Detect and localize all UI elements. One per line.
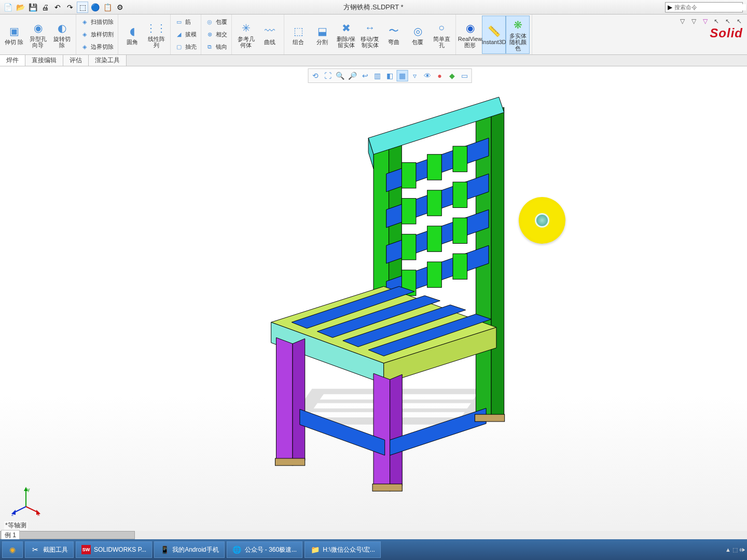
cursor-icon[interactable]: ↖ [723,17,732,26]
scene-icon[interactable]: ● [434,70,446,81]
ref-geometry-button[interactable]: ✳参考几 何体 [234,16,258,54]
orient-icon[interactable]: ⟲ [310,70,321,81]
swept-cut-button[interactable]: ◈扫描切除 [78,18,116,26]
svg-marker-35 [374,373,390,491]
delete-keep-button[interactable]: ✖删除/保 留实体 [334,16,358,54]
display-style-icon[interactable]: ◧ [384,70,396,81]
realview-button[interactable]: ◉RealView 图形 [458,16,482,54]
hide-show-icon[interactable]: ▿ [409,70,421,81]
brand-watermark: Solid [710,26,743,40]
sw-icon: SW [81,545,91,554]
tab-evaluate[interactable]: 评估 [63,55,89,66]
rebuild-icon[interactable]: 🔵 [89,2,101,13]
section-icon[interactable]: ▥ [372,70,383,81]
flex-button[interactable]: 〜弯曲 [382,16,406,54]
svg-marker-33 [276,338,293,466]
horizontal-scrollbar[interactable] [0,531,747,539]
svg-rect-19 [453,182,467,207]
windows-taskbar: ◉ ✂截图工具 SWSOLIDWORKS P... 📱我的Android手机 🌐… [0,539,747,560]
scissors-icon: ✂ [31,545,40,554]
cursor-icon[interactable]: ↖ [712,17,721,26]
tab-render-tools[interactable]: 渲染工具 [89,55,127,66]
quick-access-toolbar: 📄 📂 💾 🖨 ↶ ↷ ⬚ 🔵 📋 ⚙ [2,2,126,13]
svg-rect-21 [427,226,442,251]
save-icon[interactable]: 💾 [27,2,38,13]
search-input[interactable] [674,4,746,10]
tab-weldments[interactable]: 焊件 [0,55,25,66]
open-icon[interactable]: 📂 [15,2,26,13]
taskbar-phone[interactable]: 📱我的Android手机 [154,541,224,558]
curves-button[interactable]: 〰曲线 [258,16,282,54]
fillet-button[interactable]: ◖圆角 [120,16,144,54]
simple-hole-button[interactable]: ○简单直 孔 [430,16,453,54]
intersect-button[interactable]: ⊗相交 [203,30,229,38]
zoom-fit-icon[interactable]: ⛶ [322,70,334,81]
svg-text:z: z [11,512,14,517]
filter-icon[interactable]: ▽ [677,17,687,26]
boundary-cut-button[interactable]: ◈边界切除 [78,43,116,51]
shell-button[interactable]: ▢抽壳 [173,43,199,51]
shaded-icon[interactable]: ▦ [397,70,408,81]
svg-rect-20 [402,234,416,260]
taskbar-snipping[interactable]: ✂截图工具 [25,541,74,558]
orientation-triad[interactable]: y x z [10,486,42,519]
prev-view-icon[interactable]: ↩ [359,70,371,81]
wrap-button[interactable]: ◎包覆 [203,18,229,26]
model-view [0,66,747,537]
title-bar: 📄 📂 💾 🖨 ↶ ↷ ⬚ 🔵 📋 ⚙ 方钢铁椅.SLDPRT * ▶ [0,0,747,15]
settings-icon[interactable]: ⚙ [114,2,126,13]
render-icon[interactable]: ◆ [447,70,458,81]
graphics-area[interactable] [0,66,747,537]
zoom-icon[interactable]: 🔎 [347,70,358,81]
redo-icon[interactable]: ↷ [64,2,76,13]
search-box[interactable]: ▶ [665,2,743,12]
svg-rect-17 [402,199,416,224]
svg-rect-25 [453,254,467,279]
rib-button[interactable]: ▭筋 [173,18,199,26]
tab-direct-edit[interactable]: 直接编辑 [25,55,63,66]
zoom-area-icon[interactable]: 🔍 [335,70,346,81]
taskbar-folder[interactable]: 📁H:\微信公众号\宏... [305,541,381,558]
filter-icon[interactable]: ▽ [689,17,698,26]
draft-button[interactable]: ◢拔模 [173,30,199,38]
folder-icon: 📁 [310,545,320,554]
linear-pattern-button[interactable]: ⋮⋮线性阵 列 [144,16,168,54]
extrude-cut-button[interactable]: ▣伸切 除 [2,16,26,54]
start-icon: ◉ [8,545,17,554]
svg-rect-18 [427,190,442,216]
options-icon[interactable]: 📋 [102,2,113,13]
system-tray[interactable]: ▲ ⬚ 🕪 [725,547,745,553]
revolved-cut-button[interactable]: ◐旋转切 除 [50,16,74,54]
motion-study-tab[interactable]: 例 1 [1,530,20,540]
display-state-icon[interactable]: ▭ [459,70,471,81]
svg-rect-24 [427,262,442,287]
svg-rect-40 [372,484,402,491]
svg-text:y: y [27,487,30,492]
undo-icon[interactable]: ↶ [52,2,63,13]
taskbar-browser[interactable]: 🌐公众号 - 360极速... [227,541,303,558]
move-copy-button[interactable]: ↔移动/复 制实体 [358,16,382,54]
split-button[interactable]: ⬓分割 [310,16,334,54]
view-label: *等轴测 [4,521,27,530]
svg-rect-16 [453,146,467,172]
svg-marker-36 [390,374,403,491]
instant3d-button[interactable]: 📏Instant3D [482,16,506,54]
select-icon[interactable]: ⬚ [77,2,88,13]
svg-rect-39 [475,414,504,422]
appearance-icon[interactable]: 👁 [422,70,433,81]
svg-rect-41 [275,458,305,466]
svg-rect-15 [427,155,442,180]
mirror-button[interactable]: ⧉镜向 [203,43,229,51]
start-button[interactable]: ◉ [2,541,23,558]
print-icon[interactable]: 🖨 [39,2,51,13]
cursor-icon[interactable]: ↖ [735,17,744,26]
search-icon: ▶ [668,4,672,11]
filter-icon[interactable]: ▽ [700,17,710,26]
random-color-button[interactable]: ❋多实体 随机颜 色 [506,16,530,54]
taskbar-solidworks[interactable]: SWSOLIDWORKS P... [76,541,152,558]
combine-button[interactable]: ⬚组合 [286,16,310,54]
new-icon[interactable]: 📄 [2,2,13,13]
loft-cut-button[interactable]: ◈放样切割 [78,30,116,38]
hole-wizard-button[interactable]: ◉异型孔 向导 [26,16,50,54]
wrap2-button[interactable]: ◎包覆 [406,16,430,54]
